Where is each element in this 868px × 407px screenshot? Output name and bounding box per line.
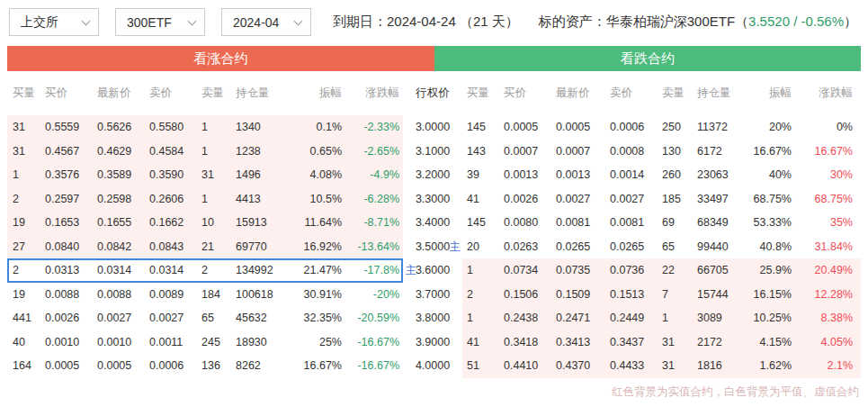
put-oi: 68349 bbox=[697, 211, 751, 235]
put-bid_vol: 20 bbox=[467, 235, 504, 259]
put-chg: 68.75% bbox=[792, 187, 853, 212]
put-oi: 6172 bbox=[697, 140, 751, 164]
call-ask_vol: 65 bbox=[201, 306, 236, 330]
call-contract-row[interactable]: 400.00100.00100.00112451893025%-16.67% bbox=[7, 330, 403, 355]
put-ask_vol: 260 bbox=[662, 163, 697, 187]
put-amp: 40% bbox=[751, 163, 792, 187]
option-row: 270.08400.08420.0843216977016.92%-13.64%… bbox=[7, 235, 861, 259]
put-ask: 0.0027 bbox=[610, 187, 662, 212]
put-contract-row[interactable]: 1430.00070.00070.0008130617216.67%16.67% bbox=[462, 140, 861, 164]
put-bid: 0.2438 bbox=[504, 306, 556, 330]
section-headers: 看涨合约 看跌合约 bbox=[7, 46, 861, 71]
options-quote-page: 上交所 300ETF 2024-04 到期日：2024-04-24 （21 天）… bbox=[0, 0, 868, 407]
call-contract-row[interactable]: 20.25970.25980.26061441310.5%-6.28% bbox=[7, 187, 403, 212]
option-row: 20.03130.03140.0314213499221.47%-17.8%主3… bbox=[7, 258, 861, 283]
exchange-select-value: 上交所 bbox=[21, 14, 58, 31]
put-amp: 16.15% bbox=[751, 283, 792, 307]
call-bid: 0.2597 bbox=[45, 187, 97, 212]
put-bid: 0.0734 bbox=[504, 258, 556, 283]
contract-meta: 到期日：2024-04-24 （21 天）标的资产：华泰柏瑞沪深300ETF（3… bbox=[333, 14, 857, 31]
call-bid: 0.5559 bbox=[45, 115, 97, 140]
put-contract-row[interactable]: 10.07340.07350.0736226670525.9%20.49% bbox=[462, 258, 861, 283]
option-row: 20.25970.25980.26061441310.5%-6.28%3.300… bbox=[7, 187, 861, 212]
puts-section-header: 看跌合约 bbox=[434, 46, 861, 71]
month-select[interactable]: 2024-04 bbox=[221, 8, 311, 36]
strike-cell: 主3.6000 bbox=[403, 258, 462, 283]
put-bid_vol: 41 bbox=[467, 187, 504, 212]
call-amp: 11.64% bbox=[290, 211, 342, 235]
call-chg: -6.28% bbox=[342, 187, 399, 212]
call-bid_vol: 19 bbox=[13, 283, 45, 307]
col-header: 买量 bbox=[467, 86, 504, 101]
put-contract-row[interactable]: 390.00130.00130.00142602306340%30% bbox=[462, 163, 861, 187]
call-ask: 0.0011 bbox=[149, 330, 201, 355]
put-bid_vol: 1 bbox=[467, 258, 504, 283]
call-contract-row[interactable]: 310.55590.56260.5580113400.1%-2.33% bbox=[7, 115, 403, 140]
put-ask_vol: 250 bbox=[662, 115, 697, 140]
call-ask_vol: 1 bbox=[201, 115, 236, 140]
background-legend-note: 红色背景为实值合约，白色背景为平值、虚值合约 bbox=[7, 384, 861, 400]
call-ask_vol: 184 bbox=[201, 283, 236, 307]
put-chg: 30% bbox=[792, 163, 853, 187]
put-contract-row[interactable]: 20.15060.15090.151371574416.15%12.28% bbox=[462, 283, 861, 307]
put-contract-row[interactable]: 10.24380.24710.24491308910.25%8.38% bbox=[462, 306, 861, 330]
main-call-badge: 主 bbox=[406, 258, 416, 283]
call-contract-row[interactable]: 190.00880.00880.008918410061830.91%-20% bbox=[7, 283, 403, 307]
put-bid: 0.1506 bbox=[504, 283, 556, 307]
exchange-select[interactable]: 上交所 bbox=[9, 8, 99, 36]
put-ask_vol: 31 bbox=[662, 354, 697, 378]
call-contract-row[interactable]: 190.16530.16550.1662101591311.64%-8.71% bbox=[7, 211, 403, 235]
call-ask: 0.1662 bbox=[149, 211, 201, 235]
call-bid: 0.0026 bbox=[45, 306, 97, 330]
put-contract-row[interactable]: 410.34180.34130.34373121724.15%4.05% bbox=[462, 330, 861, 355]
call-amp: 16.67% bbox=[290, 354, 342, 378]
call-bid_vol: 2 bbox=[13, 187, 45, 212]
call-last: 0.0088 bbox=[97, 283, 149, 307]
call-amp: 25% bbox=[290, 330, 342, 355]
put-ask_vol: 185 bbox=[662, 187, 697, 212]
put-column-headers: 买量 买价 最新价 卖价 卖量 持仓量 振幅 涨跌幅 bbox=[462, 71, 861, 115]
put-chg: 20.49% bbox=[792, 258, 853, 283]
chevron-down-icon bbox=[294, 16, 303, 25]
put-chg: 16.67% bbox=[792, 140, 853, 164]
put-ask_vol: 65 bbox=[662, 235, 697, 259]
put-bid: 0.4410 bbox=[504, 354, 556, 378]
put-last: 0.0027 bbox=[556, 187, 610, 212]
call-amp: 16.92% bbox=[290, 235, 342, 259]
put-bid_vol: 41 bbox=[467, 330, 504, 355]
put-contract-row[interactable]: 510.44100.43700.44333118161.62%2.1% bbox=[462, 354, 861, 378]
call-contract-row[interactable]: 4410.00260.00270.0027654563232.35%-20.59… bbox=[7, 306, 403, 330]
put-bid: 0.0080 bbox=[504, 211, 556, 235]
put-ask_vol: 31 bbox=[662, 330, 697, 355]
call-bid: 0.4567 bbox=[45, 140, 97, 164]
call-ask: 0.0314 bbox=[149, 258, 201, 283]
put-ask: 0.0081 bbox=[610, 211, 662, 235]
call-chg: -16.67% bbox=[342, 330, 399, 355]
call-last: 0.2598 bbox=[97, 187, 149, 212]
put-bid_vol: 1 bbox=[467, 306, 504, 330]
put-ask: 0.0008 bbox=[610, 140, 662, 164]
put-chg: 4.05% bbox=[792, 330, 853, 355]
put-contract-row[interactable]: 200.02630.02650.0265659944040.8%31.84% bbox=[462, 235, 861, 259]
call-bid_vol: 441 bbox=[13, 306, 45, 330]
col-header: 卖价 bbox=[610, 86, 662, 101]
col-header: 持仓量 bbox=[697, 86, 751, 101]
put-contract-row[interactable]: 1450.00050.00050.00062501137220%0% bbox=[462, 115, 861, 140]
asset-label-close: ） bbox=[844, 14, 857, 29]
call-ask: 0.0089 bbox=[149, 283, 201, 307]
call-bid: 0.0010 bbox=[45, 330, 97, 355]
call-contract-row[interactable]: 270.08400.08420.0843216977016.92%-13.64% bbox=[7, 235, 403, 259]
underlying-select[interactable]: 300ETF bbox=[115, 8, 205, 36]
put-ask_vol: 1 bbox=[662, 306, 697, 330]
call-contract-row[interactable]: 20.03130.03140.0314213499221.47%-17.8% bbox=[7, 258, 403, 283]
call-contract-row[interactable]: 10.35760.35890.35903114964.08%-4.9% bbox=[7, 163, 403, 187]
put-bid: 0.0013 bbox=[504, 163, 556, 187]
col-header: 买价 bbox=[504, 86, 556, 101]
put-contract-row[interactable]: 1450.00800.00810.0081696834953.33%35% bbox=[462, 211, 861, 235]
call-contract-row[interactable]: 310.45670.46290.4584112380.65%-2.65% bbox=[7, 140, 403, 164]
call-chg: -17.8% bbox=[342, 258, 399, 283]
put-contract-row[interactable]: 410.00260.00270.00271853349768.75%68.75% bbox=[462, 187, 861, 212]
call-contract-row[interactable]: 1640.00050.00050.0006136826216.67%-16.67… bbox=[7, 354, 403, 378]
put-bid_vol: 143 bbox=[467, 140, 504, 164]
call-chg: -13.64% bbox=[342, 235, 399, 259]
